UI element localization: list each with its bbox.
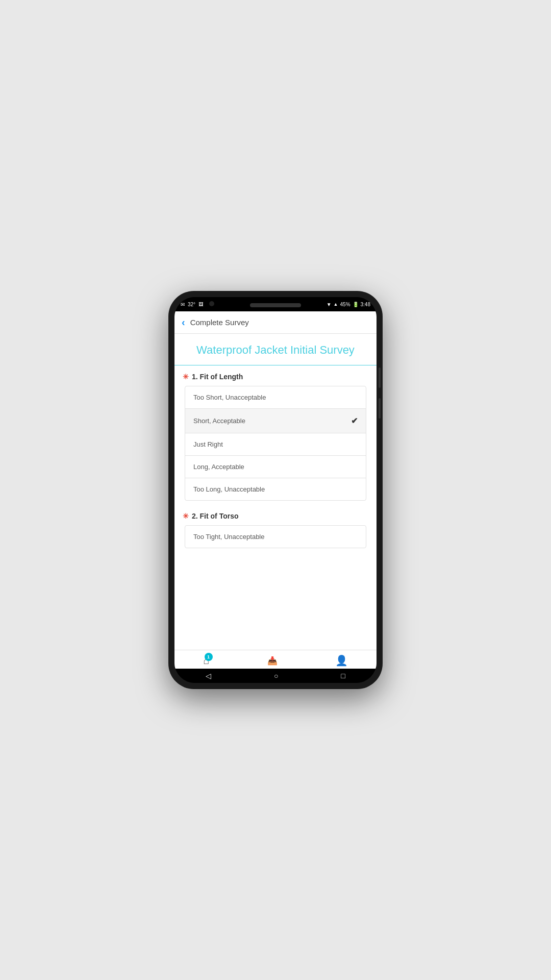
option-short-acceptable[interactable]: Short, Acceptable ✔ — [185, 409, 366, 433]
option-too-short[interactable]: Too Short, Unacceptable — [185, 386, 366, 409]
phone-screen: ✉ 32° 🖼 ▼ ▲ 45% 🔋 3:48 ‹ Complete Survey — [174, 297, 377, 683]
option-too-tight-label: Too Tight, Unacceptable — [193, 533, 264, 541]
battery-percent: 45% — [340, 302, 350, 307]
temperature-display: 32° — [188, 302, 195, 307]
profile-icon: 👤 — [335, 654, 348, 667]
nav-home[interactable]: ⌂ 1 — [203, 655, 209, 667]
camera — [209, 301, 214, 306]
android-recent-button[interactable]: □ — [341, 672, 345, 680]
nav-inbox[interactable]: 📥 — [267, 656, 278, 666]
signal-icon: ▲ — [334, 302, 338, 307]
wifi-icon: ▼ — [327, 302, 332, 307]
option-long-acceptable[interactable]: Long, Acceptable — [185, 456, 366, 478]
volume-up-button — [379, 368, 381, 388]
home-badge: 1 — [205, 653, 213, 661]
option-short-acceptable-label: Short, Acceptable — [193, 417, 245, 425]
android-back-button[interactable]: ◁ — [206, 672, 211, 680]
required-icon-1: ✳ — [183, 373, 189, 381]
email-icon: ✉ — [181, 302, 185, 307]
survey-title: Waterproof Jacket Initial Survey — [174, 334, 377, 365]
question-1-text: 1. Fit of Length — [192, 373, 243, 381]
phone-frame: ✉ 32° 🖼 ▼ ▲ 45% 🔋 3:48 ‹ Complete Survey — [168, 291, 383, 689]
required-icon-2: ✳ — [183, 512, 189, 520]
top-bar: ‹ Complete Survey — [174, 311, 377, 334]
question-1-label: ✳ 1. Fit of Length — [183, 373, 368, 381]
speaker — [250, 303, 301, 307]
nav-profile[interactable]: 👤 — [335, 654, 348, 667]
app-content: ‹ Complete Survey Waterproof Jacket Init… — [174, 311, 377, 669]
question-2-text: 2. Fit of Torso — [192, 512, 239, 520]
clock: 3:48 — [361, 302, 370, 307]
question-1-section: ✳ 1. Fit of Length Too Short, Unacceptab… — [174, 365, 377, 505]
option-just-right[interactable]: Just Right — [185, 433, 366, 456]
image-icon: 🖼 — [198, 302, 203, 307]
option-too-long[interactable]: Too Long, Unacceptable — [185, 478, 366, 500]
status-left-icons: ✉ 32° 🖼 — [181, 302, 203, 307]
option-just-right-label: Just Right — [193, 440, 223, 448]
android-home-button[interactable]: ○ — [274, 672, 278, 680]
page-title: Complete Survey — [190, 318, 249, 327]
option-too-short-label: Too Short, Unacceptable — [193, 394, 266, 401]
option-too-long-label: Too Long, Unacceptable — [193, 485, 265, 493]
question-2-section: ✳ 2. Fit of Torso Too Tight, Unacceptabl… — [174, 505, 377, 552]
survey-content: Waterproof Jacket Initial Survey ✳ 1. Fi… — [174, 334, 377, 650]
android-nav-bar: ◁ ○ □ — [174, 669, 377, 683]
inbox-icon: 📥 — [267, 656, 278, 666]
volume-down-button — [379, 398, 381, 419]
question-1-options: Too Short, Unacceptable Short, Acceptabl… — [185, 386, 366, 501]
option-long-acceptable-label: Long, Acceptable — [193, 463, 244, 471]
question-2-options: Too Tight, Unacceptable — [185, 525, 366, 548]
battery-icon: 🔋 — [353, 302, 359, 307]
question-2-label: ✳ 2. Fit of Torso — [183, 512, 368, 520]
selected-checkmark: ✔ — [351, 416, 358, 426]
bottom-nav: ⌂ 1 📥 👤 — [174, 650, 377, 669]
option-too-tight[interactable]: Too Tight, Unacceptable — [185, 526, 366, 548]
back-button[interactable]: ‹ — [182, 316, 185, 328]
status-right-icons: ▼ ▲ 45% 🔋 3:48 — [327, 302, 370, 307]
